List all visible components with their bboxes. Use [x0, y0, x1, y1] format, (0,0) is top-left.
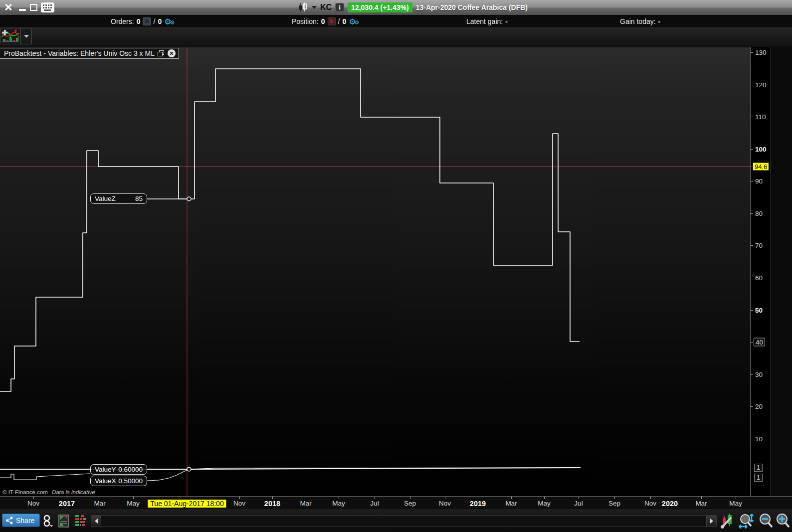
- y-axis-tick: [751, 117, 753, 117]
- x-axis-tick: [375, 497, 375, 499]
- x-axis-label: Mar: [300, 500, 311, 507]
- panel-title-text: ProBacktest - Variables: Ehler's Univ Os…: [4, 49, 155, 57]
- x-axis-label: Sep: [608, 500, 620, 507]
- scroll-left-icon[interactable]: [91, 516, 101, 527]
- y-axis-label: 130: [755, 49, 767, 56]
- copyright-text: © IT-Finance.com: [2, 489, 48, 495]
- zoom-out-button[interactable]: [759, 513, 773, 529]
- plot-area[interactable]: ProBacktest - Variables: Ehler's Univ Os…: [0, 47, 750, 496]
- x-axis-label: 2020: [662, 500, 678, 508]
- x-axis-label: May: [538, 500, 551, 507]
- x-axis-tick: [736, 497, 736, 499]
- zoom-in-button[interactable]: [776, 513, 790, 529]
- time-axis[interactable]: Nov2017MarMayNov2018MarMayJulSepNov2019M…: [0, 496, 792, 510]
- chart-toolbar: (x) units 1 hour: [0, 28, 792, 47]
- close-position-icon[interactable]: ✕: [328, 17, 336, 25]
- chart-type-dropdown-icon[interactable]: [20, 28, 31, 44]
- zoom-fit-button[interactable]: [738, 513, 755, 529]
- position-status: Position: 0 ✕ / 0 ⚙⚙: [292, 15, 358, 28]
- x-axis-tick: [239, 497, 240, 499]
- y-axis-tick: [751, 149, 753, 150]
- panel-close-icon[interactable]: ✕: [168, 49, 176, 57]
- time-scrollbar[interactable]: [91, 515, 717, 527]
- x-axis-tick: [579, 497, 579, 499]
- instrument-info-icon[interactable]: i: [335, 3, 344, 12]
- backtest-report-button[interactable]: [58, 514, 70, 528]
- orders-separator: /: [153, 17, 155, 25]
- crosshair-marker: [187, 467, 191, 471]
- y-axis-label: 60: [755, 274, 763, 282]
- y-axis-tick: [751, 181, 753, 181]
- x-axis-label: Nov: [644, 500, 656, 507]
- share-icon: [5, 517, 13, 525]
- x-axis-tick: [544, 497, 545, 499]
- window-close-icon[interactable]: ✕: [4, 2, 13, 13]
- x-axis-label: Nov: [27, 500, 39, 507]
- y-axis-label: 80: [755, 210, 763, 217]
- position-separator: /: [338, 17, 340, 25]
- strategy-settings-button[interactable]: [721, 513, 735, 529]
- y-axis-tick: [751, 213, 753, 214]
- optimization-results-button[interactable]: [74, 514, 87, 528]
- crosshair-price-label: 94.6: [753, 163, 769, 171]
- share-button[interactable]: Share: [2, 514, 40, 527]
- window-minimize-icon[interactable]: [19, 9, 26, 11]
- disclaimer-text: Data is indicative: [52, 489, 95, 495]
- latent-gain-value: -: [505, 17, 508, 25]
- window-maximize-icon[interactable]: [30, 4, 37, 11]
- crosshair-date-label: Tue 01-Aug-2017 18:00: [148, 500, 226, 508]
- x-axis-tick: [33, 497, 34, 499]
- gain-today-label: Gain today:: [620, 17, 656, 25]
- price-axis[interactable]: 13012011010090807060504030201094.611: [750, 47, 771, 496]
- y-axis-label: 110: [755, 113, 766, 121]
- x-axis-tick: [133, 497, 134, 499]
- scroll-right-icon[interactable]: [706, 516, 716, 527]
- orders-count: 0: [137, 17, 141, 25]
- keyboard-icon[interactable]: [41, 2, 54, 12]
- position-label: Position:: [292, 17, 319, 25]
- y-axis-tick: [751, 374, 753, 375]
- x-axis-tick: [650, 497, 651, 499]
- cancel-orders-icon[interactable]: ✕: [143, 17, 151, 25]
- position-count-2: 0: [342, 17, 346, 25]
- bottom-toolbar: Share: [0, 510, 792, 532]
- panel-restore-icon[interactable]: [158, 50, 165, 57]
- chart-objects-button[interactable]: [42, 514, 54, 528]
- y-axis-tick: [751, 85, 753, 85]
- y-axis-label: 90: [755, 177, 763, 185]
- price-badge: 12,030.4 (+1.43%): [348, 2, 412, 12]
- symbol-code: KC: [320, 3, 332, 12]
- symbol-dropdown-icon[interactable]: [312, 6, 317, 9]
- x-axis-tick: [100, 497, 100, 499]
- y-axis-label: 30: [755, 371, 763, 378]
- position-settings-gear-icon[interactable]: ⚙⚙: [349, 17, 358, 26]
- x-axis-label: May: [127, 500, 140, 507]
- backtest-panel-titlebar: ProBacktest - Variables: Ehler's Univ Os…: [0, 48, 179, 59]
- latent-gain-label: Latent gain:: [466, 17, 503, 25]
- y-axis-tick: [751, 406, 753, 407]
- orders-label: Orders:: [111, 17, 134, 25]
- y-axis-label: 100: [755, 146, 767, 153]
- candlestick-style-icon[interactable]: [297, 2, 308, 13]
- x-axis-label: May: [332, 500, 345, 507]
- x-axis-tick: [306, 497, 306, 499]
- gain-today-value: -: [658, 17, 661, 25]
- y-axis-tick: [751, 342, 753, 343]
- y-axis-label: 120: [755, 81, 767, 89]
- orders-settings-gear-icon[interactable]: ⚙⚙: [164, 17, 173, 26]
- chart-type-icon: [0, 28, 20, 44]
- chart-type-button[interactable]: [0, 28, 32, 44]
- valuey-callout: ValueY 0.60000: [90, 464, 147, 475]
- y-axis-label: 10: [755, 435, 763, 443]
- x-axis-tick: [478, 497, 478, 499]
- chart-canvas: [0, 47, 750, 496]
- valuex-value: 0.50000: [118, 477, 143, 485]
- x-axis-tick: [339, 497, 339, 499]
- orders-status: Orders: 0 ✕ / 0 ⚙⚙: [111, 15, 173, 28]
- crosshair-marker: [187, 197, 191, 201]
- latent-gain-status: Latent gain: -: [466, 15, 508, 28]
- orders-status-bar: Orders: 0 ✕ / 0 ⚙⚙ Position: 0 ✕ / 0 ⚙⚙ …: [0, 15, 792, 28]
- x-axis-tick: [670, 497, 670, 499]
- chart-region: ProBacktest - Variables: Ehler's Univ Os…: [0, 47, 792, 510]
- right-side-panel: [771, 47, 792, 510]
